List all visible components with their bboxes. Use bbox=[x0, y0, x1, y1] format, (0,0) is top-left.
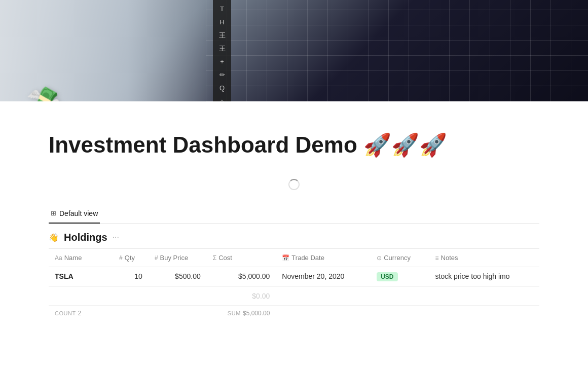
sidebar-icon-h: H bbox=[219, 17, 224, 27]
sidebar-icon-t: T bbox=[220, 4, 224, 14]
loading-area bbox=[49, 179, 539, 190]
database-title: Holdings bbox=[64, 232, 107, 243]
tab-default-view[interactable]: ⊞ Default view bbox=[49, 205, 100, 224]
table-row[interactable]: TSLA 10 $500.00 $5,000.00 November 20, 2… bbox=[49, 267, 539, 286]
footer-empty-2 bbox=[149, 305, 207, 321]
col-buy-price: #Buy Price bbox=[149, 249, 207, 267]
cover-image: T H 王 王 + ✏ Q ⌂ ↑ 💸 bbox=[0, 0, 588, 101]
col-name-icon: Aa bbox=[55, 254, 62, 262]
sidebar-icon-plus: + bbox=[220, 57, 224, 67]
database-header: 👋 Holdings ··· bbox=[49, 224, 539, 249]
col-cost: ΣCost bbox=[207, 249, 276, 267]
col-currency-icon: ⊙ bbox=[377, 254, 382, 262]
tab-bar: ⊞ Default view bbox=[49, 205, 539, 224]
col-qty-icon: # bbox=[119, 254, 123, 262]
cell-qty: 10 bbox=[113, 267, 149, 286]
count-value: 2 bbox=[78, 310, 82, 317]
table-header-row: AaName #Qty #Buy Price ΣCost 📅Trade Date bbox=[49, 249, 539, 267]
cell-cost: $5,000.00 bbox=[207, 267, 276, 286]
col-trade-date-icon: 📅 bbox=[282, 254, 289, 262]
cell-trade-date: November 20, 2020 bbox=[276, 267, 371, 286]
sum-value: $5,000.00 bbox=[243, 310, 270, 317]
col-buy-price-icon: # bbox=[155, 254, 158, 262]
cover-left-blur bbox=[0, 0, 213, 101]
sidebar-icon-home: ⌂ bbox=[220, 96, 224, 101]
tab-default-view-label: Default view bbox=[59, 209, 98, 217]
cell-notes: stock price too high imo bbox=[429, 267, 540, 286]
col-trade-date: 📅Trade Date bbox=[276, 249, 371, 267]
sum-label: SUM bbox=[228, 310, 241, 316]
empty-buy-price bbox=[149, 286, 207, 305]
footer-count: COUNT2 bbox=[49, 305, 113, 321]
footer-empty-4 bbox=[371, 305, 429, 321]
cell-name: TSLA bbox=[49, 267, 113, 286]
tab-default-view-icon: ⊞ bbox=[51, 209, 56, 217]
loading-spinner bbox=[288, 179, 300, 190]
database-menu-dots[interactable]: ··· bbox=[113, 233, 119, 242]
table-wrap: AaName #Qty #Buy Price ΣCost 📅Trade Date bbox=[49, 249, 539, 321]
page-title: Investment Dashboard Demo 🚀🚀🚀 bbox=[49, 132, 539, 159]
sidebar-icon-edit: ✏ bbox=[219, 70, 225, 80]
empty-name bbox=[49, 286, 113, 305]
col-cost-icon: Σ bbox=[213, 254, 216, 262]
count-label: COUNT bbox=[55, 310, 76, 316]
footer-empty-3 bbox=[276, 305, 371, 321]
footer-empty-1 bbox=[113, 305, 149, 321]
footer-sum: SUM$5,000.00 bbox=[207, 305, 276, 321]
empty-qty bbox=[113, 286, 149, 305]
table-footer-row: COUNT2 SUM$5,000.00 bbox=[49, 305, 539, 321]
footer-empty-5 bbox=[429, 305, 540, 321]
holdings-table: AaName #Qty #Buy Price ΣCost 📅Trade Date bbox=[49, 249, 539, 321]
empty-trade-date bbox=[276, 286, 371, 305]
cell-buy-price: $500.00 bbox=[149, 267, 207, 286]
col-notes-icon: ≡ bbox=[435, 254, 439, 262]
col-name: AaName bbox=[49, 249, 113, 267]
page-content: Investment Dashboard Demo 🚀🚀🚀 ⊞ Default … bbox=[0, 101, 588, 341]
col-notes: ≡Notes bbox=[429, 249, 540, 267]
cover-sidebar: T H 王 王 + ✏ Q ⌂ ↑ bbox=[213, 0, 231, 101]
cell-currency: USD bbox=[371, 267, 429, 286]
empty-cost: $0.00 bbox=[207, 286, 276, 305]
table-row-empty[interactable]: $0.00 bbox=[49, 286, 539, 305]
empty-notes bbox=[429, 286, 540, 305]
col-currency: ⊙Currency bbox=[371, 249, 429, 267]
currency-badge-usd: USD bbox=[377, 272, 397, 281]
empty-currency bbox=[371, 286, 429, 305]
database-emoji: 👋 bbox=[49, 233, 59, 242]
sidebar-icon-table2: 王 bbox=[219, 44, 226, 54]
sidebar-icon-search: Q bbox=[219, 83, 225, 93]
sidebar-icon-table1: 王 bbox=[219, 30, 226, 41]
col-qty: #Qty bbox=[113, 249, 149, 267]
